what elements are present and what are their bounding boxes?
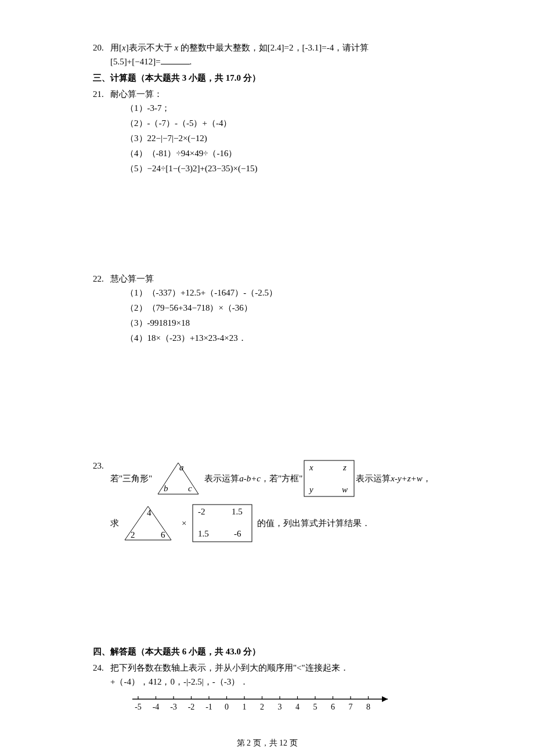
svg-marker-5 [382,696,388,702]
tick-label: 7 [349,703,353,711]
number-line-icon: -5-4-3-2-1012345678 [127,692,399,715]
q21-item-5: （5）−24÷[1−(−3)2]+(23−35)×(−15) [110,161,441,175]
tri-b: b [164,484,168,493]
q23-l1-a: 若"三角形" [110,471,152,485]
q22-item-2: （2）（79−56+34−718）×（-36） [110,301,441,315]
tick-label: 4 [295,703,300,711]
q24-line1: 把下列各数在数轴上表示，并从小到大的顺序用"<"连接起来． [110,661,441,675]
problem-body: 用[x]表示不大于 x 的整数中最大整数，如[2.4]=2，[-3.1]=-4，… [110,41,441,69]
q21-item-3: （3）22−|−7|−2×(−12) [110,131,441,145]
q20-text-a: 用[ [110,43,122,52]
q20-text-b: ]表示不大于 [126,43,175,52]
q21-item-2: （2）-（-7）-（-5）+（-4） [110,116,441,130]
q20-line2: [5.5]+[−412]= [110,57,161,66]
problem-20: 20. 用[x]表示不大于 x 的整数中最大整数，如[2.4]=2，[-3.1]… [93,41,441,69]
fill-blank [161,55,190,64]
problem-number: 20. [93,41,110,69]
problem-23: 23. 若"三角形" a b c 表示运算 a-b+c，若"方框" x z [93,459,441,543]
box-z: z [342,463,347,472]
tick-label: -3 [170,703,177,711]
q23-l2-a: 求 [110,516,119,530]
tick-label: 2 [260,703,264,711]
q20-text-c: 的整数中最大整数，如[2.4]=2，[-3.1]=-4，请计算 [178,43,369,52]
section-3-heading: 三、计算题（本大题共 3 小题，共 17.0 分） [93,71,441,85]
box-y: y [308,485,313,494]
tri2-b: 2 [131,530,135,539]
tick-label: 3 [278,703,282,711]
problem-number: 24. [93,661,110,719]
q23-l1-b: 表示运算 [204,471,239,485]
variable-x: x [122,43,126,52]
q21-lead: 耐心算一算： [110,87,441,101]
spacing [93,546,441,645]
expr-xyzw: x-y+z+w [391,471,422,485]
problem-body: 耐心算一算： （1）-3-7； （2）-（-7）-（-5）+（-4） （3）22… [110,87,441,177]
page-footer: 第 2 页，共 12 页 [93,737,441,750]
triangle-abc-icon: a b c [152,459,204,498]
q22-item-1: （1）（-337）+12.5+（-1647）-（-2.5） [110,286,441,300]
problem-24: 24. 把下列各数在数轴上表示，并从小到大的顺序用"<"连接起来． +（-4），… [93,661,441,719]
box-numbers-icon: -2 1.5 1.5 -6 [191,503,254,543]
section-4-heading: 四、解答题（本大题共 6 小题，共 43.0 分） [93,645,441,658]
q22-lead: 慧心算一算 [110,272,441,286]
problem-body: 慧心算一算 （1）（-337）+12.5+（-1647）-（-2.5） （2）（… [110,272,441,346]
box2-x: -2 [198,507,205,516]
tick-label: 0 [225,703,229,711]
tri2-c: 6 [161,530,165,539]
spacing [93,348,441,459]
problem-number: 22. [93,272,110,346]
tick-label: 8 [366,703,370,711]
tick-label: -5 [135,703,142,711]
tri-c: c [188,484,192,493]
times-sign: × [182,516,186,530]
triangle-426-icon: 4 2 6 [119,503,177,543]
expr-abc: a-b+c [239,471,261,485]
box2-z: 1.5 [232,507,243,516]
spacing [93,179,441,272]
tri-a: a [179,463,184,472]
q23-l1-c: ，若"方框" [261,471,302,485]
problem-body: 把下列各数在数轴上表示，并从小到大的顺序用"<"连接起来． +（-4），412，… [110,661,441,719]
q24-line2: +（-4），412，0，-|-2.5|，-（-3）． [110,675,441,689]
tick-label: 5 [313,703,317,711]
tick-label: -2 [188,703,195,711]
box2-y: 1.5 [198,529,209,538]
q23-l1-e: ， [423,471,431,485]
problem-number: 21. [93,87,110,177]
box-x: x [309,463,313,472]
problem-22: 22. 慧心算一算 （1）（-337）+12.5+（-1647）-（-2.5） … [93,272,441,346]
tick-label: 6 [331,703,335,711]
q23-l2-b: 的值，列出算式并计算结果． [257,516,370,530]
problem-21: 21. 耐心算一算： （1）-3-7； （2）-（-7）-（-5）+（-4） （… [93,87,441,177]
problem-body: 若"三角形" a b c 表示运算 a-b+c，若"方框" x z y w [110,459,441,543]
q21-item-4: （4）（-81）÷94×49÷（-16） [110,146,441,160]
tri2-a: 4 [147,508,151,517]
q23-l1-d: 表示运算 [356,471,391,485]
box-w: w [342,485,348,494]
q22-item-3: （3）-991819×18 [110,316,441,330]
tick-label: -1 [205,703,212,711]
tick-label: -4 [153,703,160,711]
problem-number: 23. [93,459,110,543]
tick-label: 1 [243,703,247,711]
q20-line2-after: . [190,57,192,66]
box-xyzw-icon: x z y w [302,459,356,498]
q22-item-4: （4）18×（-23）+13×23-4×23． [110,331,441,345]
box2-w: -6 [234,529,241,538]
q21-item-1: （1）-3-7； [110,101,441,115]
